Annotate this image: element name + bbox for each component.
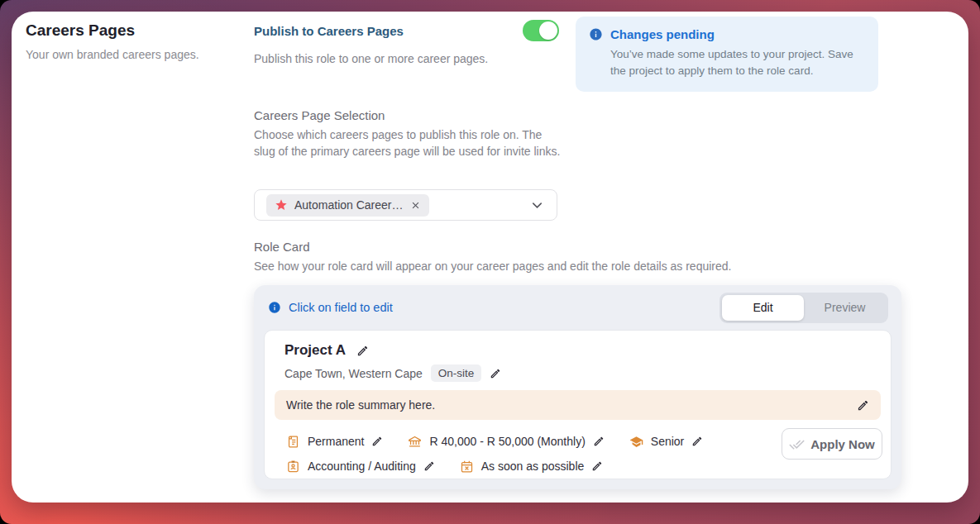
apply-now-button[interactable]: Apply Now [782, 428, 882, 460]
double-check-icon [789, 436, 805, 452]
project-title: Project A [284, 342, 346, 359]
star-icon [275, 198, 288, 212]
id-badge-icon [286, 460, 300, 474]
toggle-knob [539, 21, 557, 40]
info-icon [268, 301, 281, 314]
salary-field[interactable]: R 40,000 - R 50,000 (Monthly) [408, 435, 604, 449]
edit-location-pencil-icon[interactable] [490, 368, 501, 379]
edit-preview-toggle: Edit Preview [719, 293, 888, 323]
apply-now-label: Apply Now [810, 437, 875, 451]
changes-pending-banner: Changes pending You’ve made some updates… [576, 17, 878, 92]
role-card-body: Project A Cape Town, Western Cape On-sit… [264, 330, 892, 479]
chip-label: Automation Career… [294, 198, 404, 212]
industry-value: Accounting / Auditing [308, 460, 416, 473]
tab-edit[interactable]: Edit [722, 295, 804, 321]
role-card-label: Role Card [254, 240, 310, 254]
banner-title: Changes pending [610, 27, 715, 41]
edit-title-pencil-icon[interactable] [356, 345, 369, 357]
page-subtitle: Your own branded careers pages. [26, 48, 199, 61]
role-summary-placeholder: Write the role summary here. [286, 398, 435, 412]
edit-hint: Click on field to edit [268, 301, 393, 314]
info-icon [589, 27, 603, 41]
edit-pencil-icon[interactable] [591, 460, 603, 472]
desktop-background: Careers Pages Your own branded careers p… [0, 0, 980, 524]
edit-pencil-icon[interactable] [593, 436, 605, 447]
graduation-cap-icon [629, 435, 643, 449]
banner-body: You’ve made some updates to your project… [610, 46, 865, 79]
careers-pages-panel: Careers Pages Your own branded careers p… [12, 12, 968, 503]
start-date-value: As soon as possible [481, 460, 585, 473]
salary-value: R 40,000 - R 50,000 (Monthly) [429, 435, 585, 448]
edit-pencil-icon[interactable] [691, 436, 703, 447]
chevron-down-icon[interactable] [529, 198, 545, 213]
chip-remove-icon[interactable] [410, 200, 421, 211]
publish-description: Publish this role to one or more career … [254, 52, 488, 65]
publish-section-label: Publish to Careers Pages [254, 24, 404, 38]
role-card-header: Click on field to edit Edit Preview [254, 285, 901, 330]
careers-page-selection-label: Careers Page Selection [254, 108, 385, 122]
edit-pencil-icon[interactable] [371, 436, 383, 447]
tab-preview[interactable]: Preview [804, 295, 886, 321]
workplace-type-chip: On-site [431, 364, 482, 382]
publish-toggle[interactable] [523, 20, 559, 41]
careers-page-select[interactable]: Automation Career… [254, 189, 557, 221]
bank-icon [408, 435, 422, 449]
edit-pencil-icon[interactable] [423, 460, 435, 472]
edit-summary-pencil-icon[interactable] [857, 399, 869, 412]
seniority-field[interactable]: Senior [629, 435, 703, 449]
project-location: Cape Town, Western Cape [284, 367, 423, 380]
role-card-description: See how your role card will appear on yo… [254, 258, 882, 274]
page-title: Careers Pages [26, 21, 135, 40]
selected-careers-page-chip[interactable]: Automation Career… [266, 194, 429, 217]
contract-icon [286, 435, 300, 449]
role-summary-field[interactable]: Write the role summary here. [275, 390, 881, 420]
start-date-field[interactable]: As soon as possible [460, 460, 604, 474]
role-card-preview: Click on field to edit Edit Preview Proj… [254, 285, 901, 489]
employment-type-value: Permanent [308, 435, 364, 448]
careers-page-selection-description: Choose which careers pages to publish th… [254, 126, 564, 160]
seniority-value: Senior [651, 435, 684, 448]
calendar-x-icon [460, 460, 474, 474]
employment-type-field[interactable]: Permanent [286, 435, 383, 449]
industry-field[interactable]: Accounting / Auditing [286, 460, 435, 474]
edit-hint-text: Click on field to edit [289, 301, 393, 314]
